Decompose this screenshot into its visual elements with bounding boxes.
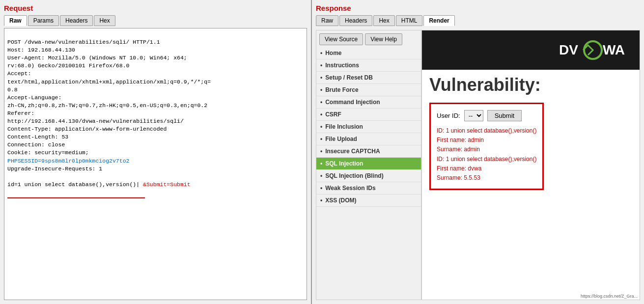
user-id-row: User ID: -- Submit bbox=[437, 110, 536, 121]
sidebar-item-bruteforce[interactable]: Brute Force bbox=[316, 84, 421, 96]
submit-button[interactable]: Submit bbox=[487, 110, 522, 121]
tab-hex[interactable]: Hex bbox=[94, 15, 115, 26]
tab-hex-response[interactable]: Hex bbox=[373, 15, 394, 26]
sidebar-item-setup[interactable]: Setup / Reset DB bbox=[316, 72, 421, 84]
user-id-select[interactable]: -- bbox=[464, 110, 483, 121]
result-line-3: Surname: admin bbox=[437, 146, 480, 153]
result-line-1: ID: 1 union select database(),version() bbox=[437, 127, 536, 134]
tab-headers-response[interactable]: Headers bbox=[339, 15, 372, 26]
sidebar-item-command-injection[interactable]: Command Injection bbox=[316, 96, 421, 109]
sidebar-item-csrf[interactable]: CSRF bbox=[316, 109, 421, 121]
user-id-label: User ID: bbox=[437, 112, 460, 119]
request-tab-bar: Raw Params Headers Hex bbox=[4, 15, 307, 26]
dvwa-swirl-icon bbox=[578, 39, 603, 61]
vuln-content-area: User ID: -- Submit ID: 1 union select da… bbox=[422, 98, 640, 300]
result-line-6: Surname: 5.5.53 bbox=[437, 174, 480, 181]
tab-params[interactable]: Params bbox=[28, 15, 59, 26]
response-panel: Response Raw Headers Hex HTML Render Vie… bbox=[312, 0, 644, 304]
view-source-button[interactable]: View Source bbox=[319, 33, 363, 45]
tab-html-response[interactable]: HTML bbox=[396, 15, 423, 26]
sidebar-item-file-inclusion[interactable]: File Inclusion bbox=[316, 121, 421, 133]
request-title: Request bbox=[4, 4, 307, 12]
request-line: POST /dvwa-new/vulnerabilities/sqli/ HTT… bbox=[7, 39, 211, 156]
response-title: Response bbox=[316, 4, 640, 12]
sidebar-item-weak-session-ids[interactable]: Weak Session IDs bbox=[316, 182, 421, 194]
sidebar-item-file-upload[interactable]: File Upload bbox=[316, 133, 421, 145]
sql-injection-form: User ID: -- Submit ID: 1 union select da… bbox=[429, 103, 544, 190]
result-line-4: ID: 1 union select database(),version() bbox=[437, 156, 536, 163]
result-line-5: First name: dvwa bbox=[437, 165, 481, 172]
vulnerability-heading: Vulnerability: bbox=[422, 70, 640, 98]
sidebar-item-instructions[interactable]: Instructions bbox=[316, 59, 421, 72]
dvwa-logo-text2: WA bbox=[603, 42, 625, 58]
watermark-text: https://blog.csdn.net/Z_Gra... bbox=[581, 294, 638, 299]
result-line-2: First name: admin bbox=[437, 137, 484, 143]
request-panel: Request Raw Params Headers Hex POST /dvw… bbox=[0, 0, 312, 304]
sidebar-item-xss-dom[interactable]: XSS (DOM) bbox=[316, 194, 421, 207]
tab-raw-response[interactable]: Raw bbox=[316, 15, 338, 26]
upgrade-line: Upgrade-Insecure-Requests: 1 bbox=[7, 166, 102, 172]
tab-raw[interactable]: Raw bbox=[4, 15, 27, 26]
result-output: ID: 1 union select database(),version() … bbox=[437, 126, 536, 183]
dvwa-logo: DV WA bbox=[559, 39, 625, 61]
nav-buttons-area: View Source View Help bbox=[316, 30, 421, 47]
request-body[interactable]: POST /dvwa-new/vulnerabilities/sqli/ HTT… bbox=[4, 28, 307, 300]
tab-headers[interactable]: Headers bbox=[60, 15, 93, 26]
underline-marker bbox=[7, 190, 145, 198]
submit-param: &Submit=Submit bbox=[140, 181, 191, 188]
tab-render-response[interactable]: Render bbox=[423, 15, 454, 26]
nav-sidebar: View Source View Help Home Instructions … bbox=[316, 30, 421, 300]
sidebar-item-home[interactable]: Home bbox=[316, 47, 421, 59]
sidebar-item-sql-injection-blind[interactable]: SQL Injection (Blind) bbox=[316, 170, 421, 182]
sidebar-item-insecure-captcha[interactable]: Insecure CAPTCHA bbox=[316, 145, 421, 158]
response-main-content: DV WA Vulnerability: User ID: -- bbox=[421, 30, 640, 300]
payload-text: id=1 union select database(),version() bbox=[7, 181, 136, 188]
response-body: View Source View Help Home Instructions … bbox=[316, 30, 640, 300]
sidebar-item-sql-injection[interactable]: SQL Injection bbox=[316, 158, 421, 170]
view-help-button[interactable]: View Help bbox=[365, 33, 402, 45]
phpsessid-value: PHPSESSID=9sps8m8lr0lp0mkmciog2v7to2 bbox=[7, 158, 129, 164]
dvwa-header: DV WA bbox=[422, 30, 640, 70]
dvwa-logo-text: DV bbox=[559, 42, 578, 58]
response-tab-bar: Raw Headers Hex HTML Render bbox=[316, 15, 640, 26]
